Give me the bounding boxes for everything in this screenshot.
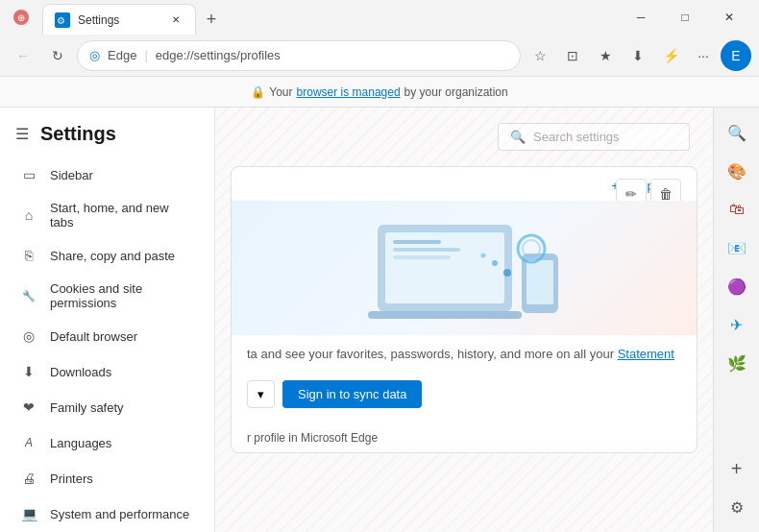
- sidebar-header: ☰ Settings: [0, 108, 214, 153]
- sidebar-item-printers[interactable]: 🖨 Printers: [4, 461, 210, 496]
- edge-office-icon[interactable]: 🟣: [720, 269, 754, 303]
- svg-text:⚙: ⚙: [57, 15, 65, 26]
- svg-point-13: [481, 254, 486, 258]
- managed-suffix: by your organization: [404, 85, 508, 99]
- sidebar-item-system-performance[interactable]: 💻 System and performance: [4, 496, 210, 531]
- edge-search-icon[interactable]: 🔍: [720, 115, 754, 150]
- minimize-button[interactable]: ─: [619, 0, 663, 35]
- sidebar-item-label: System and performance: [50, 507, 189, 521]
- search-icon: 🔍: [510, 130, 526, 144]
- sync-text-area: ta and see your favorites, passwords, hi…: [232, 335, 697, 373]
- sidebar-icon: ▭: [19, 165, 38, 184]
- window-icon: ⊕: [8, 2, 35, 33]
- settings-search-box[interactable]: 🔍 Search settings: [498, 123, 690, 151]
- url-text: edge://settings/profiles: [156, 48, 281, 62]
- profile-dropdown[interactable]: ▾: [247, 380, 275, 408]
- settings-sidebar: ☰ Settings ▭ Sidebar ⌂ Start, home, and …: [0, 108, 215, 532]
- tab-favicon: ⚙: [55, 12, 70, 28]
- url-bar[interactable]: ◎ Edge | edge://settings/profiles: [77, 40, 521, 71]
- svg-point-12: [492, 260, 498, 266]
- sidebar-item-share-copy[interactable]: ⎘ Share, copy and paste: [4, 238, 210, 273]
- browser-label: Edge: [108, 48, 136, 62]
- start-home-icon: ⌂: [19, 206, 38, 225]
- default-browser-icon: ◎: [19, 326, 38, 346]
- edge-telegram-icon[interactable]: ✈: [720, 307, 754, 342]
- sidebar-add-button[interactable]: +: [720, 451, 754, 486]
- maximize-button[interactable]: □: [663, 0, 707, 35]
- cookies-icon: 🔧: [19, 286, 38, 305]
- system-performance-icon: 💻: [19, 504, 38, 523]
- close-button[interactable]: ✕: [707, 0, 751, 35]
- active-tab[interactable]: ⚙ Settings ✕: [42, 4, 196, 35]
- sidebar-item-label: Family safety: [50, 400, 124, 415]
- managed-link[interactable]: browser is managed: [297, 85, 401, 99]
- reading-view-icon[interactable]: ⊡: [557, 40, 588, 71]
- sidebar-item-label: Cookies and site permissions: [50, 281, 195, 310]
- sidebar-item-label: Languages: [50, 436, 111, 450]
- sync-actions: ▾ Sign in to sync data: [232, 373, 697, 423]
- privacy-statement-link[interactable]: Statement: [618, 347, 674, 361]
- svg-rect-10: [526, 260, 553, 304]
- refresh-button[interactable]: ↻: [42, 40, 73, 71]
- tab-title: Settings: [78, 13, 119, 27]
- svg-text:⊕: ⊕: [17, 12, 25, 23]
- tab-bar: ⚙ Settings ✕ +: [42, 0, 615, 35]
- new-tab-button[interactable]: +: [196, 4, 227, 35]
- url-separator: |: [144, 48, 147, 62]
- sync-description: ta and see your favorites, passwords, hi…: [247, 347, 614, 361]
- svg-point-11: [503, 269, 511, 277]
- back-button[interactable]: ←: [8, 40, 38, 71]
- share-copy-icon: ⎘: [19, 246, 38, 265]
- sidebar-item-downloads[interactable]: ⬇ Downloads: [4, 354, 210, 389]
- edge-right-sidebar: 🔍 🎨 🛍 📧 🟣 ✈ 🌿 + ⚙: [713, 108, 759, 532]
- managed-prefix: Your: [269, 85, 292, 99]
- svg-rect-6: [393, 248, 460, 252]
- edge-leaf-icon[interactable]: 🌿: [720, 346, 754, 380]
- title-bar: ⊕ ⚙ Settings ✕ + ─ □ ✕: [0, 0, 759, 35]
- dropdown-arrow-icon: ▾: [257, 387, 264, 401]
- sidebar-item-default-browser[interactable]: ◎ Default browser: [4, 319, 210, 353]
- profile-footer: r profile in Microsoft Edge: [247, 431, 378, 445]
- edge-shop-icon[interactable]: 🛍: [720, 192, 754, 227]
- sidebar-item-label: Default browser: [50, 329, 137, 344]
- sign-in-sync-button[interactable]: Sign in to sync data: [282, 380, 422, 408]
- toolbar-icons: ☆ ⊡ ★ ⬇ ⚡ ··· E: [525, 40, 751, 71]
- address-bar: ← ↻ ◎ Edge | edge://settings/profiles ☆ …: [0, 35, 759, 77]
- search-bar-container: 🔍 Search settings: [215, 108, 713, 158]
- sidebar-item-languages[interactable]: A Languages: [4, 425, 210, 460]
- family-safety-icon: ❤: [19, 398, 38, 417]
- profile-bottom-text: r profile in Microsoft Edge: [232, 423, 697, 452]
- extensions-icon[interactable]: ⚡: [655, 40, 686, 71]
- settings-nav: ▭ Sidebar ⌂ Start, home, and new tabs ⎘ …: [0, 153, 214, 532]
- sidebar-title: Settings: [40, 123, 116, 145]
- edge-outlook-icon[interactable]: 📧: [720, 230, 754, 265]
- sidebar-item-label: Downloads: [50, 365, 111, 379]
- sidebar-item-sidebar[interactable]: ▭ Sidebar: [4, 157, 210, 192]
- window-controls: ⊕: [8, 2, 35, 33]
- svg-rect-8: [368, 311, 522, 319]
- svg-rect-7: [393, 255, 451, 259]
- profile-illustration: [232, 201, 697, 335]
- main-layout: ☰ Settings ▭ Sidebar ⌂ Start, home, and …: [0, 108, 759, 532]
- sidebar-settings-gear-icon[interactable]: ⚙: [720, 490, 754, 524]
- collections-icon[interactable]: ★: [590, 40, 621, 71]
- profile-avatar[interactable]: E: [721, 40, 751, 71]
- printers-icon: 🖨: [19, 469, 38, 488]
- hamburger-menu-button[interactable]: ☰: [15, 125, 29, 143]
- edge-color-icon[interactable]: 🎨: [720, 154, 754, 188]
- downloads-icon: ⬇: [19, 362, 38, 381]
- profiles-card-header: ✏ 🗑 + Add profile: [232, 167, 697, 201]
- sidebar-item-family-safety[interactable]: ❤ Family safety: [4, 390, 210, 424]
- tab-close-button[interactable]: ✕: [168, 12, 184, 28]
- sidebar-item-cookies[interactable]: 🔧 Cookies and site permissions: [4, 274, 210, 318]
- search-placeholder: Search settings: [533, 130, 620, 144]
- more-button[interactable]: ···: [688, 40, 719, 71]
- svg-rect-5: [393, 240, 441, 244]
- sidebar-item-label: Printers: [50, 472, 93, 486]
- favorites-star-icon[interactable]: ☆: [525, 40, 555, 71]
- sidebar-item-label: Share, copy and paste: [50, 249, 175, 263]
- downloads-toolbar-icon[interactable]: ⬇: [623, 40, 653, 71]
- managed-banner: 🔒 Your browser is managed by your organi…: [0, 77, 759, 108]
- sidebar-item-start-home[interactable]: ⌂ Start, home, and new tabs: [4, 193, 210, 237]
- languages-icon: A: [19, 433, 38, 452]
